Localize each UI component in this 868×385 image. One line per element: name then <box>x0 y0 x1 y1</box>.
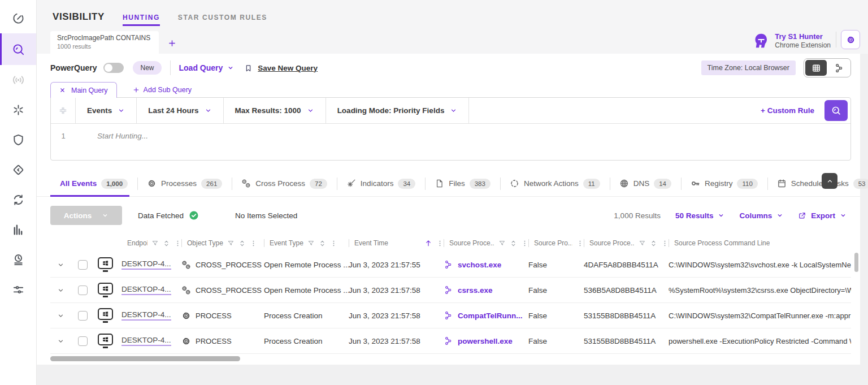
process-tree-icon[interactable] <box>444 260 453 269</box>
chevron-down-icon <box>102 212 108 219</box>
column-menu-icon[interactable] <box>174 240 181 247</box>
sidebar-item-broadcast[interactable] <box>0 65 36 95</box>
sort-icon[interactable] <box>238 240 246 247</box>
columns-dropdown[interactable]: Columns <box>739 211 783 220</box>
column-header-event-type[interactable]: Event Type <box>264 234 349 252</box>
tab-count-badge: 53 <box>853 179 868 189</box>
tab-registry[interactable]: Registry 110 <box>681 171 767 196</box>
tab-files[interactable]: Files 383 <box>425 171 500 196</box>
sidebar-item-shield[interactable] <box>0 125 36 155</box>
filter-funnel-icon[interactable] <box>151 240 159 247</box>
filter-funnel-icon[interactable] <box>639 240 646 247</box>
column-menu-icon[interactable] <box>330 240 337 247</box>
expand-row-chevron-icon[interactable] <box>57 312 64 319</box>
tab-processes[interactable]: Processes 261 <box>137 171 232 196</box>
filter-funnel-icon[interactable] <box>227 240 235 247</box>
bookmark-icon[interactable] <box>244 64 253 72</box>
sidebar-item-sliders[interactable] <box>0 275 36 305</box>
save-new-query-link[interactable]: Save New Query <box>258 64 318 72</box>
loading-mode-dropdown[interactable]: Loading Mode: Priority Fields <box>326 98 470 123</box>
saved-query-tab[interactable]: SrcProcImagePath CONTAINS ... 1000 resul… <box>50 31 159 54</box>
column-header-source-process-id[interactable]: Source Proce... <box>584 234 669 252</box>
filter-funnel-icon[interactable] <box>498 240 506 247</box>
sort-icon[interactable] <box>163 240 170 247</box>
tab-indicators[interactable]: Indicators 34 <box>337 171 425 196</box>
time-range-dropdown[interactable]: Last 24 Hours <box>137 98 223 123</box>
row-checkbox[interactable] <box>78 285 88 295</box>
column-header-source-process-name[interactable]: Source Proce... <box>444 234 528 252</box>
column-header-source-process-flag[interactable]: Source Pro... <box>528 234 584 252</box>
add-sub-query-button[interactable]: Add Sub Query <box>133 86 192 98</box>
max-results-dropdown[interactable]: Max Results: 1000 <box>224 98 326 123</box>
sidebar-item-chart[interactable] <box>0 215 36 245</box>
collapse-results-button[interactable] <box>822 173 837 189</box>
column-header-source-process-command-line[interactable]: Source Process Command Line <box>669 234 851 252</box>
sidebar-item-code[interactable] <box>0 155 36 185</box>
sort-ascending-icon[interactable] <box>424 239 432 247</box>
row-checkbox[interactable] <box>78 336 88 346</box>
top-tab-star-custom-rules[interactable]: STAR CUSTOM RULES <box>178 14 267 21</box>
sidebar-item-gauge[interactable] <box>0 3 36 33</box>
load-query-button[interactable]: Load Query <box>179 63 235 72</box>
process-tree-icon[interactable] <box>444 311 453 320</box>
process-tree-icon[interactable] <box>444 285 453 295</box>
source-process-link[interactable]: csrss.exe <box>458 286 493 295</box>
column-menu-icon[interactable] <box>521 240 528 247</box>
sort-icon[interactable] <box>650 240 657 247</box>
source-process-link[interactable]: CompatTelRunn... <box>458 312 523 320</box>
export-dropdown[interactable]: Export <box>798 211 847 220</box>
sidebar-item-sync[interactable] <box>0 185 36 215</box>
timezone-pill[interactable]: Time Zone: Local Browser <box>701 60 796 75</box>
column-header-event-time[interactable]: Event Time <box>349 234 444 252</box>
sidebar-item-tool[interactable] <box>0 95 36 125</box>
powerquery-toggle[interactable] <box>103 63 124 73</box>
actions-button[interactable]: Actions <box>50 206 122 225</box>
sort-icon[interactable] <box>510 240 517 247</box>
filter-funnel-icon[interactable] <box>307 240 315 247</box>
close-icon[interactable] <box>59 87 66 93</box>
expand-row-chevron-icon[interactable] <box>57 261 64 269</box>
expand-row-chevron-icon[interactable] <box>57 338 64 345</box>
top-tab-hunting[interactable]: HUNTING <box>123 14 160 26</box>
source-process-link[interactable]: svchost.exe <box>458 261 501 269</box>
sidebar-item-clock[interactable] <box>0 245 36 275</box>
process-tree-icon[interactable] <box>444 336 453 345</box>
sort-icon[interactable] <box>319 240 326 247</box>
tab-all-events[interactable]: All Events 1,000 <box>50 171 137 196</box>
sidebar-item-search[interactable] <box>0 33 36 65</box>
add-query-tab-button[interactable] <box>168 39 176 47</box>
column-menu-icon[interactable] <box>576 240 584 247</box>
column-menu-icon[interactable] <box>250 240 257 247</box>
endpoint-link[interactable]: DESKTOP-4... <box>121 336 171 346</box>
main-query-tab[interactable]: Main Query <box>50 82 117 98</box>
endpoint-link[interactable]: DESKTOP-4... <box>121 285 171 295</box>
source-process-id: 53155B8D8BB4511A <box>584 303 669 328</box>
chevron-down-icon <box>118 107 125 114</box>
run-query-button[interactable] <box>824 100 848 121</box>
tab-scheduled-tasks[interactable]: Scheduled Tasks 53 <box>767 171 868 196</box>
column-menu-icon[interactable] <box>436 240 444 247</box>
row-checkbox[interactable] <box>78 260 88 270</box>
tab-cross-process[interactable]: Cross Process 72 <box>232 171 337 196</box>
source-process-link[interactable]: powershell.exe <box>458 337 513 345</box>
collapse-editor-button[interactable] <box>51 98 76 123</box>
tree-view-button[interactable] <box>828 60 849 76</box>
tab-dns[interactable]: DNS 14 <box>610 171 681 196</box>
row-checkbox[interactable] <box>78 311 88 321</box>
table-view-button[interactable] <box>805 60 827 76</box>
add-custom-rule-button[interactable]: + Custom Rule <box>761 98 814 123</box>
s1-hunter-promo-link[interactable]: Try S1 Hunter Chrome Extension <box>753 32 831 49</box>
column-header-object-type[interactable]: Object Type <box>181 234 264 252</box>
endpoint-link[interactable]: DESKTOP-4... <box>121 259 171 270</box>
scope-dropdown[interactable]: Events <box>76 98 137 123</box>
expand-row-chevron-icon[interactable] <box>57 287 64 294</box>
column-header-endpoint-name[interactable]: Endpoint Na... <box>121 234 181 252</box>
settings-button[interactable] <box>841 30 860 49</box>
query-editor[interactable]: 1 Start Hunting... <box>51 124 850 160</box>
endpoint-link[interactable]: DESKTOP-4... <box>121 310 171 321</box>
tab-network-actions[interactable]: Network Actions 11 <box>500 171 610 196</box>
vertical-scrollbar-thumb[interactable] <box>854 253 858 272</box>
page-size-dropdown[interactable]: 50 Results <box>675 211 725 220</box>
column-menu-icon[interactable] <box>661 240 669 247</box>
horizontal-scrollbar-thumb[interactable] <box>50 356 240 361</box>
